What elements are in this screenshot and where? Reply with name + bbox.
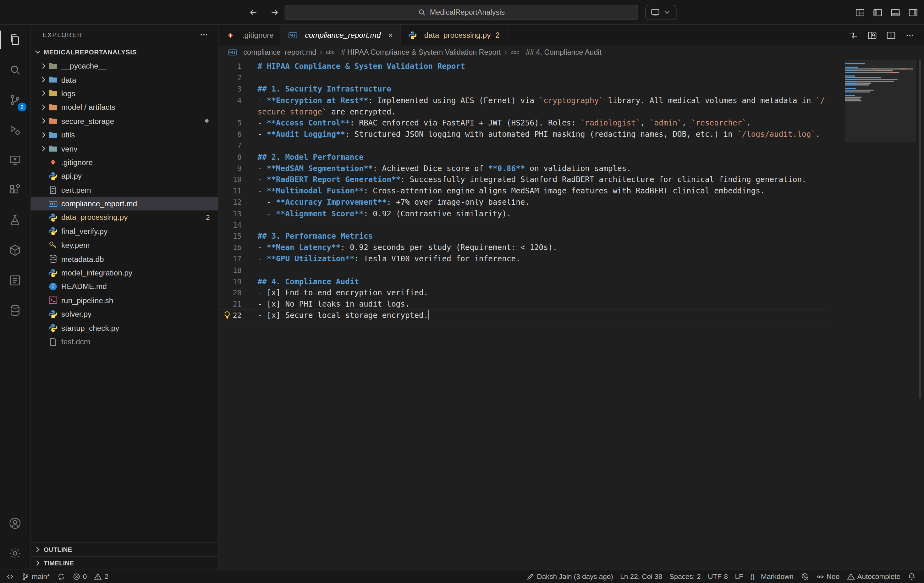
status-git-branch[interactable]: main* [18,570,53,583]
minimap[interactable] [845,59,916,101]
code-line-22[interactable]: 22- [x] Secure local storage encrypted. [219,310,828,321]
code-line-6[interactable]: 6- **Audit Logging**: Structured JSON lo… [219,129,828,140]
tree-item-venv[interactable]: venv [31,142,218,156]
code-line-1[interactable]: 1# HIPAA Compliance & System Validation … [219,61,828,72]
customize-layout-icon[interactable] [855,7,865,17]
code-line-13[interactable]: 13 - **Alignment Score**: 0.92 (Contrast… [219,208,828,219]
tree-item-model_integration.py[interactable]: model_integration.py [31,266,218,279]
more-actions-icon[interactable] [905,30,914,40]
workspace-root-folder[interactable]: MEDICALREPORTANALYSIS [31,45,218,59]
panel-bottom-icon[interactable] [890,7,901,17]
code-line-20[interactable]: 20- [x] End-to-end encryption verified. [219,287,828,299]
code-line-21[interactable]: 21- [x] No PHI leaks in audit logs. [219,299,828,310]
status-problems-warnings[interactable]: 2 [91,570,112,583]
section-outline[interactable]: OUTLINE [31,542,218,556]
status-encoding[interactable]: UTF-8 [704,570,731,583]
activity-notebook-icon[interactable] [0,265,30,296]
activity-container-icon[interactable] [0,295,30,325]
code-line-5[interactable]: 5- **Access Control**: RBAC enforced via… [219,117,828,129]
status-sync-changes[interactable] [53,570,69,583]
status-eol[interactable]: LF [731,570,747,583]
panel-left-icon[interactable] [873,7,883,17]
code-line-7[interactable]: 7 [219,140,828,151]
window-tools-button[interactable] [645,5,676,20]
tree-item-startup_check.py[interactable]: startup_check.py [31,321,218,335]
status-language-mode[interactable]: {}Markdown [747,570,797,583]
explorer-more-actions-icon[interactable] [199,30,209,40]
command-center[interactable]: MedicalReportAnalysis [285,5,638,20]
lightbulb-icon[interactable] [223,311,232,320]
status-remote-indicator[interactable] [3,570,18,583]
activity-search-icon[interactable] [0,55,30,85]
code-line-2[interactable]: 2 [219,72,828,83]
activity-explorer-icon[interactable] [0,25,30,55]
panel-right-icon[interactable] [908,7,918,17]
activity-remote-explorer-icon[interactable] [0,145,30,175]
tree-item-final_verify.py[interactable]: final_verify.py [31,225,218,238]
activity-testing-icon[interactable] [0,205,30,236]
code-line-18[interactable]: 18 [219,264,828,276]
tree-item-cert.pem[interactable]: cert.pem [31,183,218,197]
breadcrumb-item[interactable]: abc## 4. Compliance Audit [510,48,602,57]
status-cursor-position[interactable]: Ln 22, Col 38 [617,570,666,583]
tree-item-.gitignore[interactable]: .gitignore [31,156,218,170]
tree-item-test.dcm[interactable]: test.dcm [31,335,218,349]
forward-icon[interactable] [270,8,279,17]
code-line-3[interactable]: 3## 1. Security Infrastructure [219,83,828,95]
editor[interactable]: 1# HIPAA Compliance & System Validation … [219,59,924,570]
editor-scrollbar[interactable] [916,59,924,570]
status-autocomplete[interactable]: Autocomplete [843,570,904,583]
scrollbar-thumb[interactable] [919,59,921,398]
status-neo[interactable]: Neo [812,570,843,583]
code-line-19[interactable]: 19## 4. Compliance Audit [219,276,828,287]
activity-package-icon[interactable] [0,235,30,265]
indent-spacer [39,268,48,277]
minimap-slider[interactable] [845,59,916,142]
status-git-blame[interactable]: Daksh Jain (3 days ago) [523,570,617,583]
code-line-8[interactable]: 8## 2. Model Performance [219,151,828,163]
status-do-not-disturb[interactable] [797,570,812,583]
tree-item-metadata.db[interactable]: metadata.db [31,252,218,266]
activity-account-icon[interactable] [0,508,30,538]
tree-item-utils[interactable]: utils [31,128,218,142]
tree-item-secure_storage[interactable]: secure_storage [31,114,218,128]
status-problems-errors[interactable]: 0 [69,570,91,583]
tree-item-data_processing.py[interactable]: data_processing.py2 [31,211,218,225]
code-line-12[interactable]: 12 - **Accuracy Improvement**: +7% over … [219,197,828,208]
activity-run-debug-icon[interactable] [0,115,30,145]
code-line-15[interactable]: 15## 3. Performance Metrics [219,231,828,242]
status-notifications[interactable] [904,570,919,583]
tree-item-key.pem[interactable]: key.pem [31,238,218,252]
tree-item-__pycache__[interactable]: __pycache__ [31,59,218,73]
tree-item-solver.py[interactable]: solver.py [31,307,218,321]
code-line-11[interactable]: 11- **Multimodal Fusion**: Cross-attenti… [219,185,828,197]
breadcrumb-item[interactable]: abc# HIPAA Compliance & System Validatio… [326,48,501,57]
code-line-4[interactable]: 4- **Encryption at Rest**: Implemented u… [219,95,828,117]
activity-extensions-icon[interactable] [0,175,30,205]
back-icon[interactable] [249,8,258,17]
tree-item-logs[interactable]: logs [31,86,218,100]
split-editor-icon[interactable] [886,30,896,40]
section-timeline[interactable]: TIMELINE [31,556,218,570]
tree-item-api.py[interactable]: api.py [31,169,218,183]
code-line-10[interactable]: 10- **RadBERT Report Generation**: Succe… [219,174,828,185]
code-line-9[interactable]: 9- **MedSAM Segmentation**: Achieved Dic… [219,163,828,174]
status-indentation[interactable]: Spaces: 2 [666,570,704,583]
activity-source-control-icon[interactable]: 2 [0,85,30,115]
tree-item-run_pipeline.sh[interactable]: run_pipeline.sh [31,293,218,307]
tab-.gitignore[interactable]: .gitignore [219,25,282,46]
tree-item-data[interactable]: data [31,73,218,86]
code-line-16[interactable]: 16- **Mean Latency**: 0.92 seconds per s… [219,242,828,253]
tree-item-compliance_report.md[interactable]: compliance_report.md [31,197,218,211]
open-preview-icon[interactable] [868,30,877,40]
close-tab-icon[interactable]: × [388,31,393,40]
activity-settings-icon[interactable] [0,538,30,568]
tab-compliance_report.md[interactable]: compliance_report.md× [281,25,400,46]
tree-item-readme.md[interactable]: README.md [31,279,218,293]
tree-item-model-artifacts[interactable]: model / artifacts [31,100,218,114]
code-line-17[interactable]: 17- **GPU Utilization**: Tesla V100 veri… [219,253,828,264]
code-line-14[interactable]: 14 [219,219,828,231]
breadcrumb-item[interactable]: compliance_report.md [228,48,317,57]
open-changes-icon[interactable] [848,30,858,40]
tab-data_processing.py[interactable]: data_processing.py2 [401,25,507,46]
